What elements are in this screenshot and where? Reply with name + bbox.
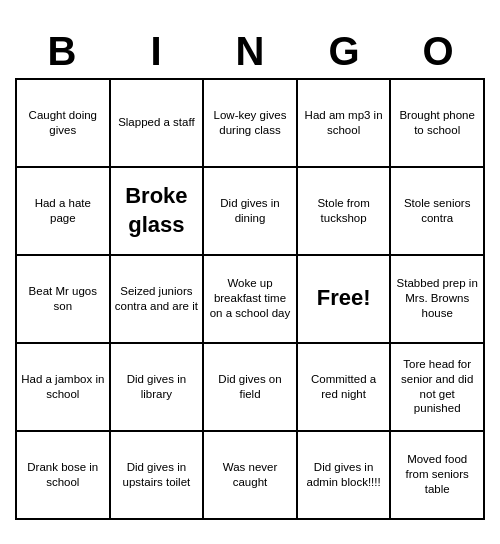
- bingo-cell: Had a hate page: [17, 168, 111, 256]
- bingo-cell: Beat Mr ugos son: [17, 256, 111, 344]
- bingo-cell: Stole seniors contra: [391, 168, 485, 256]
- bingo-card: BINGO Caught doing givesSlapped a staffL…: [5, 15, 495, 530]
- bingo-cell: Was never caught: [204, 432, 298, 520]
- bingo-cell: Did gives on field: [204, 344, 298, 432]
- bingo-cell: Moved food from seniors table: [391, 432, 485, 520]
- bingo-cell: Seized juniors contra and are it: [111, 256, 205, 344]
- bingo-letter: N: [203, 25, 297, 78]
- bingo-cell: Stabbed prep in Mrs. Browns house: [391, 256, 485, 344]
- bingo-cell: Slapped a staff: [111, 80, 205, 168]
- bingo-cell: Drank bose in school: [17, 432, 111, 520]
- bingo-cell: Caught doing gives: [17, 80, 111, 168]
- bingo-cell: Did gives in admin block!!!!: [298, 432, 392, 520]
- bingo-cell: Free!: [298, 256, 392, 344]
- bingo-grid: Caught doing givesSlapped a staffLow-key…: [15, 78, 485, 520]
- bingo-cell: Tore head for senior and did not get pun…: [391, 344, 485, 432]
- bingo-letter: I: [109, 25, 203, 78]
- bingo-letter: O: [391, 25, 485, 78]
- bingo-cell: Stole from tuckshop: [298, 168, 392, 256]
- bingo-cell: Woke up breakfast time on a school day: [204, 256, 298, 344]
- bingo-cell: Did gives in dining: [204, 168, 298, 256]
- bingo-cell: Had am mp3 in school: [298, 80, 392, 168]
- bingo-cell: Did gives in upstairs toilet: [111, 432, 205, 520]
- bingo-cell: Had a jambox in school: [17, 344, 111, 432]
- bingo-letter: B: [15, 25, 109, 78]
- bingo-cell: Did gives in library: [111, 344, 205, 432]
- bingo-cell: Low-key gives during class: [204, 80, 298, 168]
- bingo-cell: Broke glass: [111, 168, 205, 256]
- bingo-cell: Brought phone to school: [391, 80, 485, 168]
- bingo-header: BINGO: [15, 25, 485, 78]
- bingo-cell: Committed a red night: [298, 344, 392, 432]
- bingo-letter: G: [297, 25, 391, 78]
